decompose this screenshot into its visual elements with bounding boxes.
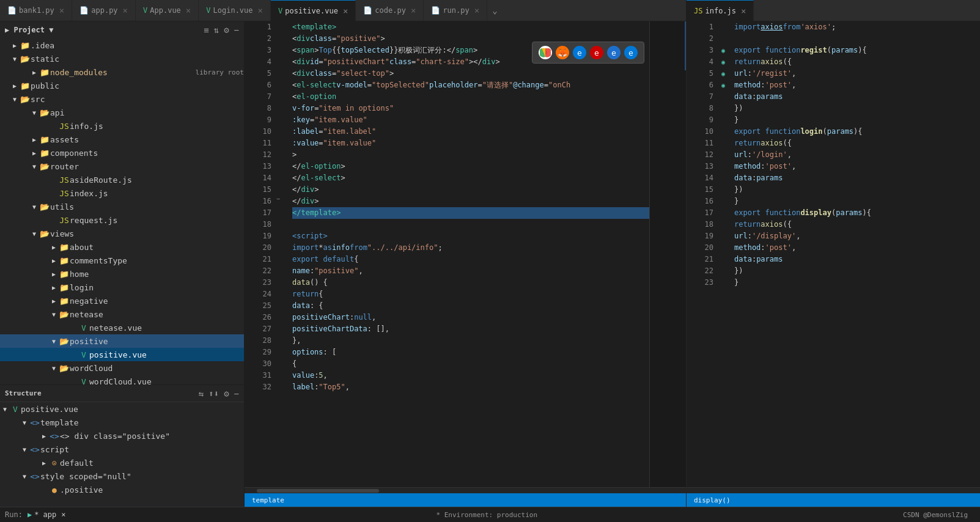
tree-label-node-modules: node_modules bbox=[50, 68, 193, 77]
browser-firefox[interactable]: 🦊 bbox=[556, 46, 569, 59]
tree-item-indexjs[interactable]: JS index.js bbox=[0, 186, 244, 200]
tab-close-icon[interactable]: × bbox=[474, 6, 479, 15]
right-editor-body: 1 2 3 4 5 6 7 8 9 10 11 12 13 14 bbox=[687, 21, 980, 487]
tab-bank1py[interactable]: 📄 bank1.py × bbox=[0, 0, 72, 21]
tree-item-router[interactable]: ▼ 📂 router bbox=[0, 160, 244, 173]
folder-icon-components: 📁 bbox=[39, 149, 50, 158]
tree-item-asideroutejs[interactable]: JS asideRoute.js bbox=[0, 173, 244, 186]
sort-icon[interactable]: ⇅ bbox=[214, 25, 219, 35]
folder-icon-utils: 📂 bbox=[39, 202, 50, 211]
browser-edge2[interactable]: e bbox=[624, 46, 638, 59]
tree-item-positive[interactable]: ▼ 📂 positive bbox=[0, 334, 244, 348]
browser-chrome[interactable] bbox=[539, 46, 552, 59]
tree-item-api[interactable]: ▼ 📂 api bbox=[0, 106, 244, 119]
structure-icon2[interactable]: ⬆⬇ bbox=[208, 389, 219, 399]
tab-apppy[interactable]: 📄 app.py × bbox=[72, 0, 136, 21]
struct-icon-vue: V bbox=[10, 405, 21, 414]
fold-marker-r11[interactable]: ◉ bbox=[717, 79, 729, 91]
ln-13: 13 bbox=[245, 161, 271, 172]
tree-item-neteaseVue[interactable]: V netease.vue bbox=[0, 321, 244, 334]
tree-arrow-netease: ▼ bbox=[49, 311, 59, 318]
tab-overflow-btn[interactable]: ⌄ bbox=[487, 6, 502, 15]
structure-item-style[interactable]: ▼ <> style scoped="null" bbox=[0, 469, 244, 483]
tree-item-about[interactable]: ▶ 📁 about bbox=[0, 240, 244, 254]
tree-item-idea[interactable]: ▶ 📁 .idea bbox=[0, 39, 244, 52]
tree-item-views[interactable]: ▼ 📂 views bbox=[0, 227, 244, 240]
right-scrollbar[interactable] bbox=[687, 487, 980, 493]
tree-item-netease[interactable]: ▼ 📂 netease bbox=[0, 307, 244, 321]
structure-item-default[interactable]: ▶ ⊙ default bbox=[0, 456, 244, 469]
tab-loginvue[interactable]: V Login.vue × bbox=[199, 0, 271, 21]
rln-8: 8 bbox=[687, 103, 713, 114]
tab-label: Login.vue bbox=[213, 6, 253, 15]
ln-30: 30 bbox=[245, 358, 271, 370]
ln-3: 3 bbox=[245, 45, 271, 56]
collapse-all-icon[interactable]: ≡ bbox=[204, 25, 208, 35]
structure-item-template[interactable]: ▼ <> template bbox=[0, 416, 244, 429]
browser-ie-red[interactable]: e bbox=[590, 46, 603, 59]
folder-icon-login: 📁 bbox=[59, 283, 70, 292]
tree-item-requestjs[interactable]: JS request.js bbox=[0, 213, 244, 227]
left-scroll-thumb[interactable] bbox=[257, 489, 379, 493]
editors-area: 1 2 3 4 5 6 7 8 9 10 11 12 13 14 bbox=[245, 21, 980, 507]
fold-marker-16[interactable]: − bbox=[276, 196, 280, 202]
tree-item-home[interactable]: ▶ 📁 home bbox=[0, 267, 244, 281]
settings-icon[interactable]: ⚙ bbox=[224, 25, 229, 35]
tree-label-views: views bbox=[50, 229, 244, 238]
tree-item-commentstype[interactable]: ▶ 📁 commentsType bbox=[0, 254, 244, 267]
structure-item-positive-class[interactable]: ● .positive bbox=[0, 483, 244, 496]
tree-arrow-commentstype: ▶ bbox=[49, 257, 59, 264]
structure-item-div[interactable]: ▶ <> <> div class="positive" bbox=[0, 429, 244, 443]
tree-item-infojs[interactable]: JS info.js bbox=[0, 119, 244, 133]
tab-codepy[interactable]: 📄 code.py × bbox=[356, 0, 424, 21]
tree-item-wordcloudVue[interactable]: V wordCloud.vue bbox=[0, 375, 244, 384]
left-code-content[interactable]: <template> <div class="positive"> <span>… bbox=[287, 21, 649, 487]
tab-close-icon[interactable]: × bbox=[123, 6, 128, 15]
tab-close-icon[interactable]: × bbox=[186, 6, 191, 15]
close-panel-icon[interactable]: − bbox=[234, 25, 239, 35]
browser-edge-blue[interactable]: e bbox=[573, 46, 586, 59]
tree-item-assets[interactable]: ▶ 📁 assets bbox=[0, 133, 244, 146]
tree-label-indexjs: index.js bbox=[70, 189, 244, 198]
structure-icon4[interactable]: − bbox=[234, 389, 239, 399]
run-app-item[interactable]: ▶ * app × bbox=[23, 510, 71, 519]
tab-close-icon[interactable]: × bbox=[343, 6, 348, 16]
fold-marker-r4[interactable]: ◉ bbox=[717, 56, 729, 68]
tab-close-icon[interactable]: × bbox=[258, 6, 263, 15]
structure-icon3[interactable]: ⚙ bbox=[224, 389, 229, 399]
r-code-line-4: return axios({ bbox=[734, 56, 980, 68]
right-code-content[interactable]: import axios from 'axios'; export functi… bbox=[729, 21, 980, 487]
tree-item-login[interactable]: ▶ 📁 login bbox=[0, 281, 244, 294]
tree-item-node-modules[interactable]: ▶ 📁 node_modules library root bbox=[0, 65, 244, 79]
tree-item-components[interactable]: ▶ 📁 components bbox=[0, 146, 244, 160]
tree-item-utils[interactable]: ▼ 📂 utils bbox=[0, 200, 244, 213]
tree-item-src[interactable]: ▼ 📂 src bbox=[0, 92, 244, 106]
r-code-line-14: data:params bbox=[734, 172, 980, 184]
ln-20: 20 bbox=[245, 242, 271, 254]
tree-item-static[interactable]: ▼ 📂 static bbox=[0, 52, 244, 65]
code-line-5: <div class="select-top"> bbox=[292, 68, 649, 79]
tab-infojs[interactable]: JS info.js × bbox=[687, 0, 754, 21]
tab-runpy[interactable]: 📄 run.py × bbox=[424, 0, 487, 21]
structure-icon1[interactable]: ⇆ bbox=[199, 389, 204, 399]
fold-marker-r10[interactable]: ◉ bbox=[717, 68, 729, 79]
fold-marker-r3[interactable]: ◉ bbox=[717, 45, 729, 56]
rln-15: 15 bbox=[687, 184, 713, 196]
tree-item-wordcloud[interactable]: ▼ 📂 wordCloud bbox=[0, 361, 244, 375]
tab-positivevue[interactable]: V positive.vue × bbox=[271, 0, 356, 21]
browser-ie-blue2[interactable]: e bbox=[607, 46, 621, 59]
tree-item-public[interactable]: ▶ 📁 public bbox=[0, 79, 244, 92]
left-scrollbar[interactable] bbox=[245, 487, 686, 493]
run-app-close[interactable]: × bbox=[61, 510, 65, 519]
tab-appvue[interactable]: V App.vue × bbox=[136, 0, 199, 21]
ln-31: 31 bbox=[245, 370, 271, 381]
tab-close-icon[interactable]: × bbox=[411, 6, 416, 15]
tab-close-icon[interactable]: × bbox=[741, 6, 746, 16]
structure-item-positivevue[interactable]: ▼ V positive.vue bbox=[0, 402, 244, 416]
r-code-line-19: url:'/display', bbox=[734, 230, 980, 242]
tree-item-negative[interactable]: ▶ 📁 negative bbox=[0, 294, 244, 307]
structure-item-script[interactable]: ▼ <> script bbox=[0, 443, 244, 456]
tree-item-positiveVue[interactable]: V positive.vue bbox=[0, 348, 244, 361]
tab-close-icon[interactable]: × bbox=[59, 6, 64, 15]
struct-icon-positive-class: ● bbox=[49, 485, 60, 494]
